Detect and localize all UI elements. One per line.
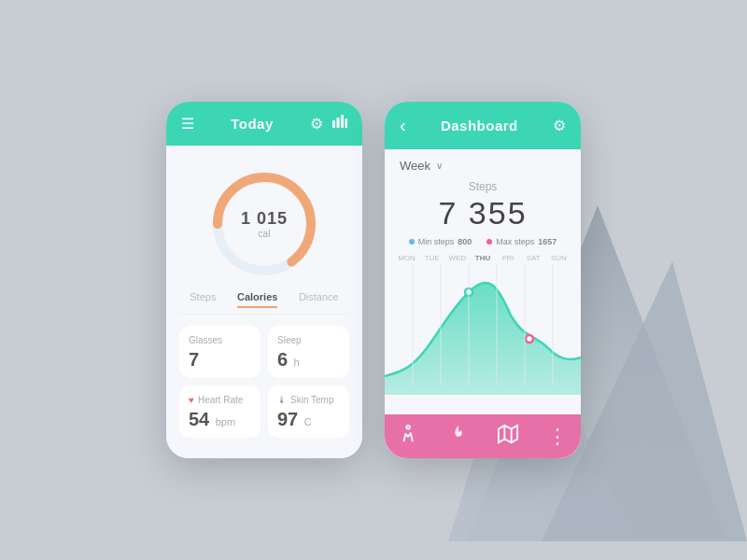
svg-rect-3 bbox=[332, 120, 335, 128]
max-dot bbox=[486, 239, 492, 245]
heart-rate-label: ♥ Heart Rate bbox=[189, 395, 251, 405]
nav-more-icon[interactable]: ⋮ bbox=[547, 425, 567, 449]
bottom-nav: ⋮ bbox=[385, 414, 581, 458]
day-mon: MON bbox=[394, 254, 419, 262]
svg-rect-4 bbox=[337, 118, 340, 128]
steps-legend: Min steps 800 Max steps 1657 bbox=[385, 237, 581, 254]
stat-skin-temp: 🌡 Skin Temp 97 C bbox=[268, 385, 349, 438]
min-steps-legend: Min steps 800 bbox=[409, 237, 472, 246]
nav-map-icon[interactable] bbox=[498, 424, 518, 449]
sleep-value: 6 h bbox=[277, 349, 340, 371]
stat-sleep: Sleep 6 h bbox=[268, 326, 349, 378]
steps-section: Steps 7 355 bbox=[385, 173, 581, 237]
stats-grid: Glasses 7 Sleep 6 h bbox=[179, 326, 349, 438]
chart-svg bbox=[385, 264, 581, 385]
day-sat: SAT bbox=[521, 254, 546, 262]
chart-area bbox=[385, 264, 581, 414]
svg-rect-6 bbox=[345, 119, 348, 128]
donut-center: 1 015 cal bbox=[241, 209, 288, 239]
today-settings-icon[interactable]: ⚙ bbox=[310, 115, 323, 133]
day-fri: FRI bbox=[496, 254, 521, 262]
calorie-value: 1 015 bbox=[241, 209, 288, 229]
days-axis: MON TUE WED THU FRI SAT SUN bbox=[385, 254, 581, 262]
menu-icon[interactable]: ☰ bbox=[181, 115, 194, 133]
today-header: ☰ Today ⚙ bbox=[166, 102, 362, 146]
back-icon[interactable]: ‹ bbox=[400, 115, 406, 136]
donut-container: 1 015 cal bbox=[179, 168, 349, 280]
nav-fire-icon[interactable] bbox=[448, 424, 469, 449]
today-chart-icon[interactable] bbox=[332, 115, 347, 133]
svg-marker-17 bbox=[499, 426, 517, 442]
max-steps-legend: Max steps 1657 bbox=[486, 237, 557, 246]
max-steps-value: 1657 bbox=[538, 237, 557, 246]
sleep-label: Sleep bbox=[277, 335, 340, 345]
calorie-label: cal bbox=[241, 229, 288, 239]
chevron-down-icon: ∨ bbox=[436, 161, 443, 171]
phone-dashboard: ‹ Dashboard ⚙ Week ∨ Steps 7 355 Min ste… bbox=[385, 102, 581, 458]
day-wed: WED bbox=[444, 254, 470, 262]
thermometer-icon: 🌡 bbox=[277, 395, 287, 405]
today-title: Today bbox=[231, 116, 274, 132]
nav-steps-icon[interactable] bbox=[399, 424, 419, 449]
dashboard-header: ‹ Dashboard ⚙ bbox=[385, 102, 581, 149]
glasses-value: 7 bbox=[189, 349, 251, 371]
svg-rect-5 bbox=[341, 115, 344, 128]
steps-value: 7 355 bbox=[400, 195, 566, 231]
phone-today: ☰ Today ⚙ bbox=[166, 102, 362, 458]
skin-temp-value: 97 C bbox=[277, 409, 340, 430]
svg-point-10 bbox=[526, 335, 533, 343]
tab-calories[interactable]: Calories bbox=[237, 291, 277, 308]
donut-chart: 1 015 cal bbox=[208, 168, 320, 280]
max-steps-label: Max steps bbox=[496, 237, 534, 246]
min-steps-label: Min steps bbox=[418, 237, 455, 246]
phones-container: ☰ Today ⚙ bbox=[166, 102, 581, 458]
today-body: 1 015 cal Steps Calories Distance Glasse… bbox=[166, 146, 362, 458]
day-sun: SUN bbox=[546, 254, 571, 262]
today-tabs: Steps Calories Distance bbox=[179, 291, 349, 315]
dashboard-body: Week ∨ Steps 7 355 Min steps 800 Max ste… bbox=[385, 149, 581, 458]
tab-distance[interactable]: Distance bbox=[299, 291, 339, 308]
glasses-label: Glasses bbox=[189, 335, 251, 345]
week-label: Week bbox=[400, 159, 430, 173]
dashboard-settings-icon[interactable]: ⚙ bbox=[553, 117, 566, 134]
min-steps-value: 800 bbox=[458, 237, 472, 246]
day-tue: TUE bbox=[419, 254, 444, 262]
heart-rate-value: 54 bpm bbox=[189, 409, 251, 430]
steps-title: Steps bbox=[400, 180, 566, 193]
today-header-icons: ⚙ bbox=[310, 115, 347, 133]
tab-steps[interactable]: Steps bbox=[190, 291, 216, 308]
stat-glasses: Glasses 7 bbox=[179, 326, 261, 378]
week-selector[interactable]: Week ∨ bbox=[385, 149, 581, 173]
dashboard-title: Dashboard bbox=[441, 118, 518, 133]
skin-temp-label: 🌡 Skin Temp bbox=[277, 395, 340, 405]
min-dot bbox=[409, 239, 415, 245]
stat-heart-rate: ♥ Heart Rate 54 bpm bbox=[179, 385, 261, 438]
heart-icon: ♥ bbox=[189, 395, 194, 405]
day-thu: THU bbox=[470, 254, 495, 262]
